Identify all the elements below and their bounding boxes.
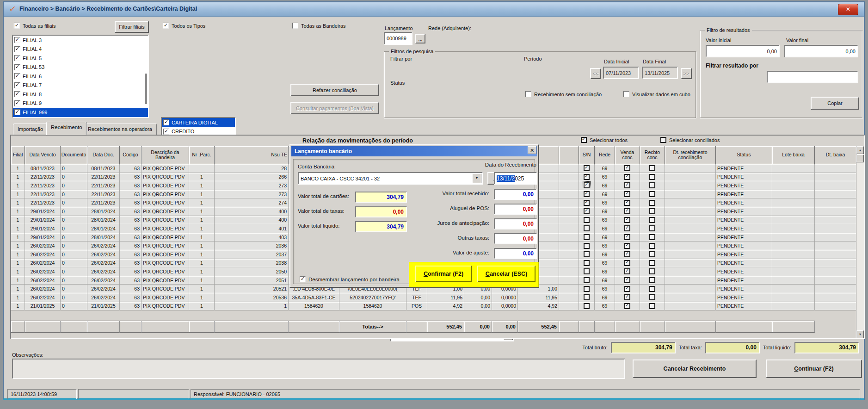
- grid-cell[interactable]: [579, 198, 595, 207]
- grid-cell[interactable]: 266: [215, 173, 289, 182]
- observacoes-input[interactable]: [12, 359, 625, 379]
- grid-cell[interactable]: 69: [595, 259, 615, 268]
- venda-conc-checkbox[interactable]: [624, 268, 630, 274]
- grid-cell[interactable]: [615, 216, 640, 225]
- grid-cell[interactable]: [665, 164, 716, 173]
- grid-cell[interactable]: 2037: [215, 250, 289, 259]
- grid-cell[interactable]: PIX QRCODE PDV: [142, 173, 189, 182]
- grid-cell[interactable]: 69: [595, 224, 615, 233]
- grid-cell[interactable]: 69: [595, 250, 615, 259]
- grid-cell[interactable]: [559, 190, 579, 199]
- grid-cell[interactable]: [815, 181, 856, 190]
- grid-cell[interactable]: 22/11/2023: [87, 198, 120, 207]
- grid-cell[interactable]: 22/11/2023: [25, 198, 61, 207]
- grid-cell[interactable]: [559, 207, 579, 216]
- scroll-up-icon[interactable]: ▲: [856, 146, 864, 154]
- venda-conc-checkbox[interactable]: [624, 191, 630, 197]
- grid-column-header[interactable]: Codigo: [120, 146, 142, 164]
- venda-conc-checkbox[interactable]: [624, 208, 630, 214]
- row-select-checkbox[interactable]: [584, 294, 590, 300]
- recbto-conc-checkbox[interactable]: [649, 174, 655, 180]
- grid-cell[interactable]: 29/01/2024: [25, 224, 61, 233]
- filial-item-checkbox[interactable]: [14, 109, 20, 115]
- grid-cell[interactable]: [615, 233, 640, 242]
- grid-cell[interactable]: 63: [120, 242, 142, 250]
- filtrar-resultado-field[interactable]: [767, 71, 858, 83]
- grid-cell[interactable]: 1: [189, 250, 215, 259]
- grid-cell[interactable]: PENDENTE: [716, 302, 772, 311]
- grid-cell[interactable]: [615, 293, 640, 302]
- grid-cell[interactable]: 273: [215, 190, 289, 199]
- grid-cell[interactable]: 69: [595, 190, 615, 199]
- filial-item-checkbox[interactable]: [14, 46, 20, 52]
- grid-cell[interactable]: 1: [11, 276, 25, 285]
- grid-cell[interactable]: 2051: [215, 276, 289, 285]
- grid-cell[interactable]: 22/11/2023: [87, 181, 120, 190]
- grid-cell[interactable]: [815, 250, 856, 259]
- tipo-item-checkbox[interactable]: [163, 129, 169, 135]
- filial-item-checkbox[interactable]: [14, 73, 20, 79]
- grid-cell[interactable]: 22/11/2023: [25, 190, 61, 199]
- grid-cell[interactable]: 28/01/2024: [87, 207, 120, 216]
- grid-cell[interactable]: PENDENTE: [716, 250, 772, 259]
- grid-cell[interactable]: [559, 293, 579, 302]
- grid-cell[interactable]: 08/11/2023: [87, 164, 120, 173]
- grid-cell[interactable]: [579, 285, 595, 293]
- grid-cell[interactable]: [772, 198, 815, 207]
- grid-column-header[interactable]: Dt. recebimento conciliação: [665, 146, 716, 164]
- grid-cell[interactable]: PIX QRCODE PDV: [142, 259, 189, 268]
- filiais-list[interactable]: FILIAL 3FILIAL 4FILIAL 5FILIAL 53FILIAL …: [12, 35, 149, 118]
- grid-cell[interactable]: 1: [215, 302, 289, 311]
- grid-cell[interactable]: 28/01/2024: [87, 216, 120, 225]
- row-select-checkbox[interactable]: [584, 200, 590, 206]
- recbto-conc-checkbox[interactable]: [649, 277, 655, 283]
- grid-cell[interactable]: 26/02/2024: [25, 242, 61, 250]
- grid-cell[interactable]: PENDENTE: [716, 216, 772, 225]
- visualizar-cubo-checkbox[interactable]: Visualizar dados em cubo: [623, 91, 690, 97]
- valor-inicial-field[interactable]: 0,00: [706, 45, 780, 57]
- grid-cell[interactable]: [772, 276, 815, 285]
- grid-cell[interactable]: 63: [120, 190, 142, 199]
- grid-cell[interactable]: [579, 276, 595, 285]
- grid-cell[interactable]: [579, 181, 595, 190]
- grid-cell[interactable]: 69: [595, 276, 615, 285]
- grid-cell[interactable]: PIX QRCODE PDV: [142, 285, 189, 293]
- grid-cell[interactable]: [772, 207, 815, 216]
- recbto-conc-checkbox[interactable]: [649, 165, 655, 171]
- valor-final-field[interactable]: 0,00: [784, 45, 858, 57]
- grid-cell[interactable]: 11,95: [427, 293, 464, 302]
- selecionar-conciliados-box-icon[interactable]: [660, 137, 666, 143]
- todas-filiais-box-icon[interactable]: [14, 23, 20, 29]
- grid-cell[interactable]: [579, 242, 595, 250]
- grid-cell[interactable]: [615, 190, 640, 199]
- row-select-checkbox[interactable]: [584, 260, 590, 266]
- venda-conc-checkbox[interactable]: [624, 217, 630, 223]
- grid-cell[interactable]: 26/02/2024: [25, 293, 61, 302]
- grid-cell[interactable]: [615, 207, 640, 216]
- dialog-close-icon[interactable]: ✕: [528, 146, 536, 154]
- chevron-down-icon[interactable]: ▼: [472, 174, 481, 183]
- recbto-conc-checkbox[interactable]: [649, 286, 655, 292]
- grid-cell[interactable]: [815, 267, 856, 276]
- grid-cell[interactable]: [559, 198, 579, 207]
- grid-cell[interactable]: PENDENTE: [716, 293, 772, 302]
- scrollbar-thumb[interactable]: [145, 74, 147, 104]
- grid-cell[interactable]: [640, 267, 665, 276]
- grid-cell[interactable]: [579, 173, 595, 182]
- grid-cell[interactable]: 26/02/2024: [87, 259, 120, 268]
- grid-cell[interactable]: 69: [595, 293, 615, 302]
- copiar-button[interactable]: Copiar: [811, 97, 859, 110]
- row-select-checkbox[interactable]: [584, 217, 590, 223]
- grid-cell[interactable]: 63: [120, 198, 142, 207]
- grid-cell[interactable]: [615, 250, 640, 259]
- grid-cell[interactable]: [815, 216, 856, 225]
- row-select-checkbox[interactable]: [584, 174, 590, 180]
- grid-cell[interactable]: [640, 207, 665, 216]
- grid-cell[interactable]: [559, 285, 579, 293]
- grid-cell[interactable]: [815, 207, 856, 216]
- grid-cell[interactable]: 69: [595, 267, 615, 276]
- grid-column-header[interactable]: S/N: [579, 146, 595, 164]
- grid-cell[interactable]: 1: [11, 267, 25, 276]
- grid-cell[interactable]: 20521: [215, 285, 289, 293]
- grid-cell[interactable]: [665, 216, 716, 225]
